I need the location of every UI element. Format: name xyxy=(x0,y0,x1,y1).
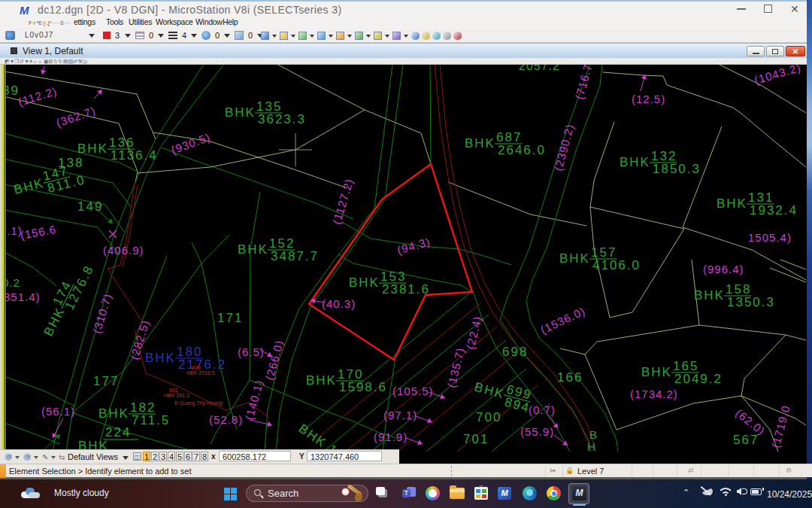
svg-text:1850.3: 1850.3 xyxy=(653,162,701,176)
svg-text:900: 900 xyxy=(192,365,201,370)
svg-text:HBK 391.3: HBK 391.3 xyxy=(164,393,189,398)
svg-text:(12.5): (12.5) xyxy=(632,93,665,105)
svg-text:2381.6: 2381.6 xyxy=(382,282,430,297)
svg-text:4106.0: 4106.0 xyxy=(592,258,641,272)
svg-text:700: 700 xyxy=(476,410,501,424)
svg-text:BHK: BHK xyxy=(238,242,268,257)
svg-text:138: 138 xyxy=(58,156,83,170)
svg-text:(105.5): (105.5) xyxy=(392,385,434,397)
svg-text:BHK: BHK xyxy=(559,251,590,266)
svg-text:(40.3): (40.3) xyxy=(322,297,356,310)
svg-text:BHK: BHK xyxy=(717,196,747,211)
svg-text:BHK: BHK xyxy=(98,406,129,421)
svg-text:701: 701 xyxy=(463,432,489,446)
svg-text:2057.2: 2057.2 xyxy=(519,65,560,72)
svg-text:567: 567 xyxy=(733,433,759,447)
svg-text:BHK: BHK xyxy=(349,275,380,290)
svg-text:BHK: BHK xyxy=(306,373,337,388)
svg-text:1598.6: 1598.6 xyxy=(339,380,387,394)
svg-text:(406.9): (406.9) xyxy=(103,244,144,257)
svg-text:177: 177 xyxy=(93,374,119,388)
svg-text:3623.3: 3623.3 xyxy=(258,112,306,126)
svg-text:149: 149 xyxy=(77,199,103,214)
svg-text:(52.8): (52.8) xyxy=(209,413,243,426)
svg-text:BHK: BHK xyxy=(225,105,256,120)
svg-text:1932.4: 1932.4 xyxy=(750,203,798,217)
svg-text:B Quang Thy Hoang: B Quang Thy Hoang xyxy=(174,400,223,406)
svg-text:BHK: BHK xyxy=(694,288,725,303)
svg-text:3487.7: 3487.7 xyxy=(271,249,319,263)
svg-text:H: H xyxy=(587,440,596,453)
svg-text:698: 698 xyxy=(502,345,528,359)
svg-text:(55.9): (55.9) xyxy=(520,425,554,438)
svg-text:HBK 2016.5: HBK 2016.5 xyxy=(186,370,215,376)
svg-text:(1734.2): (1734.2) xyxy=(630,388,678,400)
svg-text:(91.9): (91.9) xyxy=(374,430,408,443)
svg-text:BHK: BHK xyxy=(620,155,650,169)
svg-text:711.5: 711.5 xyxy=(132,413,170,427)
svg-text:1136.4: 1136.4 xyxy=(111,148,158,163)
svg-text:(6.5): (6.5) xyxy=(238,345,265,358)
svg-text:BHK: BHK xyxy=(77,141,108,156)
svg-text:2049.2: 2049.2 xyxy=(674,372,723,386)
svg-text:2646.0: 2646.0 xyxy=(498,143,546,157)
svg-text:224: 224 xyxy=(105,425,131,440)
svg-text:(97.1): (97.1) xyxy=(383,409,417,421)
svg-text:901: 901 xyxy=(169,388,178,393)
svg-text:(0.7): (0.7) xyxy=(529,403,556,416)
svg-text:171: 171 xyxy=(217,311,243,325)
svg-text:B: B xyxy=(589,428,598,441)
svg-text:(996.4): (996.4) xyxy=(703,263,744,275)
svg-text:BHK: BHK xyxy=(465,136,495,151)
svg-text:166: 166 xyxy=(557,370,583,385)
svg-text:BHK: BHK xyxy=(641,365,672,379)
svg-text:1505.4): 1505.4) xyxy=(748,231,792,244)
svg-text:851.4): 851.4) xyxy=(4,291,41,303)
svg-text:1350.3: 1350.3 xyxy=(727,295,775,309)
svg-text:(56.1): (56.1) xyxy=(41,405,75,418)
svg-text:BHK: BHK xyxy=(145,351,176,365)
